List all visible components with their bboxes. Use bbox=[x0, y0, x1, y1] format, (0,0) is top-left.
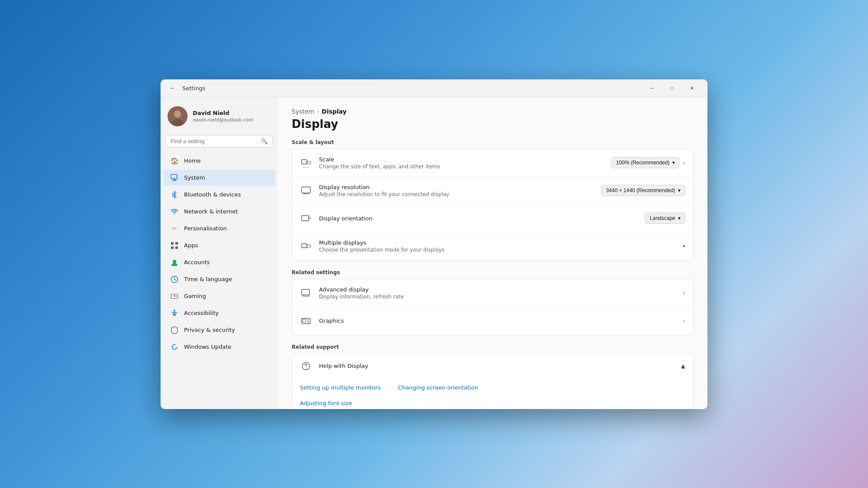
system-icon bbox=[170, 174, 179, 182]
orientation-control: Landscape ▾ bbox=[645, 213, 685, 224]
page-title: Display bbox=[292, 118, 694, 131]
titlebar-title: Settings bbox=[182, 85, 205, 92]
sidebar-item-network[interactable]: Network & internet bbox=[163, 203, 275, 220]
back-button[interactable]: ← bbox=[167, 82, 179, 94]
sidebar-item-accounts[interactable]: Accounts bbox=[163, 254, 275, 271]
svg-rect-34 bbox=[302, 319, 306, 322]
back-icon: ← bbox=[170, 85, 176, 92]
search-button[interactable]: 🔍 bbox=[261, 138, 268, 144]
resolution-control: 3440 × 1440 (Recommended) ▾ bbox=[601, 185, 685, 196]
maximize-button[interactable]: □ bbox=[662, 81, 681, 95]
resolution-row[interactable]: Display resolution Adjust the resolution… bbox=[292, 177, 693, 205]
search-input[interactable] bbox=[171, 138, 257, 144]
minimize-button[interactable]: ─ bbox=[642, 81, 661, 95]
resolution-label: Display resolution bbox=[319, 184, 594, 190]
advanced-display-row[interactable]: Advanced display Display information, re… bbox=[292, 279, 693, 307]
advanced-display-icon bbox=[300, 287, 312, 299]
svg-rect-7 bbox=[171, 242, 174, 245]
resolution-dropdown[interactable]: 3440 × 1440 (Recommended) ▾ bbox=[601, 185, 685, 196]
support-link-orientation[interactable]: Changing screen orientation bbox=[398, 384, 478, 391]
advanced-display-label: Advanced display bbox=[319, 286, 676, 293]
sidebar-item-personalisation[interactable]: ✏️ Personalisation bbox=[163, 220, 275, 237]
close-button[interactable]: ✕ bbox=[682, 81, 701, 95]
help-label: Help with Display bbox=[319, 363, 368, 369]
scale-row[interactable]: Scale Change the size of text, apps, and… bbox=[292, 149, 693, 177]
sidebar-item-home[interactable]: 🏠 Home bbox=[163, 153, 275, 169]
time-icon bbox=[170, 275, 179, 284]
sidebar-item-bluetooth[interactable]: Bluetooth & devices bbox=[163, 187, 275, 203]
related-support-card: Help with Display ▲ Setting up multiple … bbox=[292, 354, 694, 409]
gaming-icon bbox=[170, 292, 179, 301]
multiple-displays-chevron: ▾ bbox=[683, 243, 685, 249]
sidebar-item-apps[interactable]: Apps bbox=[163, 237, 275, 254]
breadcrumb-parent[interactable]: System bbox=[292, 108, 314, 115]
sidebar-item-network-label: Network & internet bbox=[184, 208, 238, 215]
sidebar-item-system-label: System bbox=[184, 174, 205, 181]
sidebar-item-time-label: Time & language bbox=[184, 276, 232, 282]
sidebar-item-update[interactable]: Windows Update bbox=[163, 339, 275, 355]
support-link-font[interactable]: Adjusting font size bbox=[300, 400, 352, 406]
section-related-support: Related support bbox=[292, 344, 694, 350]
support-link-font-row: Adjusting font size bbox=[292, 397, 693, 409]
sidebar-item-system[interactable]: System bbox=[163, 170, 275, 186]
multiple-displays-desc: Choose the presentation mode for your di… bbox=[319, 247, 676, 253]
multiple-displays-control: ▾ bbox=[683, 243, 685, 249]
search-box[interactable]: 🔍 bbox=[166, 135, 273, 147]
apps-icon bbox=[170, 241, 179, 250]
svg-rect-8 bbox=[175, 242, 178, 245]
advanced-display-chevron: › bbox=[683, 290, 685, 296]
scale-value: 100% (Recommended) bbox=[616, 160, 669, 166]
graphics-row[interactable]: Graphics › bbox=[292, 307, 693, 335]
main-content: System › Display Display Scale & layout bbox=[278, 98, 707, 409]
scale-desc: Change the size of text, apps, and other… bbox=[319, 164, 604, 170]
orientation-dropdown[interactable]: Landscape ▾ bbox=[645, 213, 685, 224]
support-link-monitors[interactable]: Setting up multiple monitors bbox=[300, 384, 381, 391]
resolution-text: Display resolution Adjust the resolution… bbox=[319, 184, 594, 197]
section-scale-layout: Scale & layout bbox=[292, 139, 694, 145]
resolution-desc: Adjust the resolution to fit your connec… bbox=[319, 191, 594, 197]
sidebar-item-privacy[interactable]: Privacy & security bbox=[163, 322, 275, 338]
content-area: David Nield david-nield@outlook.com 🔍 🏠 … bbox=[161, 98, 707, 409]
sidebar-item-accessibility[interactable]: Accessibility bbox=[163, 305, 275, 321]
resolution-icon bbox=[300, 184, 312, 197]
related-settings-card: Advanced display Display information, re… bbox=[292, 279, 694, 335]
advanced-display-control: › bbox=[683, 290, 685, 296]
user-email: david-nield@outlook.com bbox=[193, 117, 271, 123]
orientation-dropdown-chevron: ▾ bbox=[678, 215, 681, 221]
user-info: David Nield david-nield@outlook.com bbox=[193, 110, 271, 123]
advanced-display-text: Advanced display Display information, re… bbox=[319, 286, 676, 300]
svg-rect-19 bbox=[302, 160, 307, 164]
svg-point-11 bbox=[173, 260, 176, 263]
resolution-dropdown-chevron: ▾ bbox=[678, 187, 681, 193]
help-row[interactable]: Help with Display ▲ bbox=[292, 354, 693, 378]
orientation-row[interactable]: Display orientation Landscape ▾ bbox=[292, 205, 693, 233]
svg-rect-9 bbox=[171, 246, 174, 249]
titlebar: ← Settings ─ □ ✕ bbox=[161, 79, 707, 98]
settings-window: ← Settings ─ □ ✕ David Nield da bbox=[161, 79, 707, 409]
accessibility-icon bbox=[170, 309, 179, 318]
help-left: Help with Display bbox=[300, 360, 368, 372]
svg-point-1 bbox=[174, 111, 181, 118]
svg-point-18 bbox=[174, 310, 175, 311]
graphics-icon bbox=[300, 315, 312, 327]
sidebar-item-privacy-label: Privacy & security bbox=[184, 327, 235, 333]
sidebar-item-gaming[interactable]: Gaming bbox=[163, 288, 275, 305]
multiple-displays-text: Multiple displays Choose the presentatio… bbox=[319, 239, 676, 253]
sidebar-item-gaming-label: Gaming bbox=[184, 293, 206, 299]
sidebar-item-time[interactable]: Time & language bbox=[163, 271, 275, 288]
svg-point-16 bbox=[176, 295, 177, 296]
sidebar-item-accounts-label: Accounts bbox=[184, 259, 210, 265]
advanced-display-desc: Display information, refresh rate bbox=[319, 294, 676, 300]
graphics-control: › bbox=[683, 318, 685, 324]
svg-rect-26 bbox=[302, 216, 309, 221]
graphics-text: Graphics bbox=[319, 318, 676, 324]
multiple-displays-row[interactable]: Multiple displays Choose the presentatio… bbox=[292, 233, 693, 260]
graphics-chevron: › bbox=[683, 318, 685, 324]
sidebar-item-update-label: Windows Update bbox=[184, 344, 231, 350]
scale-dropdown[interactable]: 100% (Recommended) ▾ bbox=[611, 157, 679, 168]
user-section: David Nield david-nield@outlook.com bbox=[161, 101, 278, 131]
orientation-value: Landscape bbox=[650, 215, 675, 221]
multiple-displays-label: Multiple displays bbox=[319, 239, 676, 246]
personalisation-icon: ✏️ bbox=[170, 224, 179, 233]
svg-rect-22 bbox=[302, 187, 310, 193]
